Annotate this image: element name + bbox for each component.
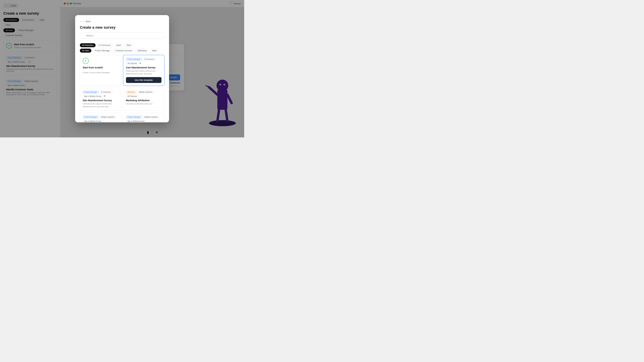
modal-cards-grid: + Start from scratch Create a survey wit…: [80, 55, 164, 122]
modal-scratch-desc: Create a survey without template.: [83, 71, 110, 74]
modal-site-tag-pm: Product Manager: [83, 91, 98, 93]
modal-goals-subtags: App or Website Survey: [83, 120, 118, 122]
modal-scratch-title: Start from scratch: [83, 66, 103, 69]
modal-site-filter-icon: ⚙: [104, 95, 106, 98]
use-template-button[interactable]: Use this template: [126, 77, 162, 83]
modal-fakedoor-tag-pm: Product Manager: [126, 116, 142, 118]
modal-filter-all-roles[interactable]: All roles: [80, 49, 92, 53]
modal-goals-tag-industries: Multiple Industries: [100, 116, 116, 118]
modal-fakedoor-subtag: App or Website Survey: [126, 120, 146, 122]
modal-scratch-icon: +: [83, 58, 89, 64]
modal-search-wrapper: 🔍: [80, 33, 164, 41]
modal-fakedoor-tags: Product Manager Multiple Industries: [126, 116, 162, 118]
modal-cart-title: Cart Abandonment Survey: [126, 66, 162, 69]
modal-industry-filters: All industries E-Commerce SaaS Other: [80, 43, 164, 47]
modal-marketing-subtags: All Channels: [126, 95, 162, 98]
modal-site-subtags: App or Website Survey ⚙: [83, 95, 118, 98]
modal-title: Create a new survey: [80, 25, 164, 30]
modal-tag-ecommerce: E-Commerce: [143, 58, 156, 61]
modal-goals-tag-pm: Product Manager: [83, 116, 98, 118]
modal-site-tags: Product Manager E-Commerce: [83, 91, 118, 93]
modal-role-filters: All roles Product Manager Customer Succe…: [80, 49, 164, 53]
modal-goals-subtag: App or Website Survey: [83, 120, 103, 122]
modal-card-cart-abandonment[interactable]: Product Manager E-Commerce All Channels …: [123, 55, 164, 86]
modal-search-input[interactable]: [80, 33, 164, 38]
create-survey-modal: ← ← Back Create a new survey 🔍 All indus…: [75, 15, 169, 122]
modal-filter-marketing[interactable]: Marketing: [135, 49, 148, 53]
modal-card-scratch[interactable]: + Start from scratch Create a survey wit…: [80, 55, 121, 86]
modal-filter-settings-icon: ⚙: [139, 62, 141, 65]
modal-back-arrow-icon: ←: [80, 20, 82, 23]
modal-filter-saas[interactable]: SaaS: [114, 43, 123, 47]
modal-filter-all-industries[interactable]: All industries: [80, 43, 96, 47]
modal-filter-other[interactable]: Other: [124, 43, 134, 47]
modal-filter-customer-success[interactable]: Customer Success: [113, 49, 134, 53]
modal-back-label: ← Back: [83, 20, 91, 23]
modal-cart-subtags: All Channels ⚙: [126, 62, 162, 65]
modal-marketing-tag-industries: Multiple Industries: [137, 91, 154, 93]
modal-filter-sales[interactable]: Sales: [150, 49, 159, 53]
modal-filter-product-manager[interactable]: Product Manager: [92, 49, 112, 53]
modal-card-site-abandonment[interactable]: Product Manager E-Commerce App or Websit…: [80, 88, 121, 111]
modal-site-desc: Understand the reasons behind site aband…: [83, 102, 118, 108]
modal-back-button[interactable]: ← ← Back: [80, 20, 91, 23]
modal-marketing-title: Marketing Attribution: [126, 99, 162, 102]
modal-fakedoor-tag-industries: Multiple Industries: [143, 116, 160, 118]
modal-marketing-tag: Marketing: [126, 91, 136, 93]
modal-filter-ecommerce[interactable]: E-Commerce: [96, 43, 113, 47]
modal-goals-tags: Product Manager Multiple Industries: [83, 116, 118, 118]
modal-marketing-subtag: All Channels: [126, 95, 138, 98]
modal-site-subtag: App or Website Survey: [83, 95, 103, 98]
modal-card-fake-door[interactable]: Product Manager Multiple Industries App …: [123, 113, 164, 122]
modal-overlay[interactable]: ← ← Back Create a new survey 🔍 All indus…: [0, 0, 244, 137]
modal-cart-tags: Product Manager E-Commerce: [126, 58, 162, 61]
modal-tag-all-channels: All Channels: [126, 62, 138, 65]
modal-marketing-desc: How did you first hear about us?: [126, 102, 162, 105]
modal-site-tag-ecommerce: E-Commerce: [100, 91, 112, 93]
modal-card-customer-goals[interactable]: Product Manager Multiple Industries App …: [80, 113, 121, 122]
modal-fakedoor-subtags: App or Website Survey: [126, 120, 162, 122]
modal-site-title: Site Abandonment Survey: [83, 99, 118, 102]
modal-card-marketing-attribution[interactable]: Marketing Multiple Industries All Channe…: [123, 88, 164, 111]
modal-marketing-tags: Marketing Multiple Industries: [126, 91, 162, 93]
modal-tag-product-manager: Product Manager: [126, 58, 142, 61]
modal-cart-desc: Understand the reasons behind cart aband…: [126, 69, 162, 75]
